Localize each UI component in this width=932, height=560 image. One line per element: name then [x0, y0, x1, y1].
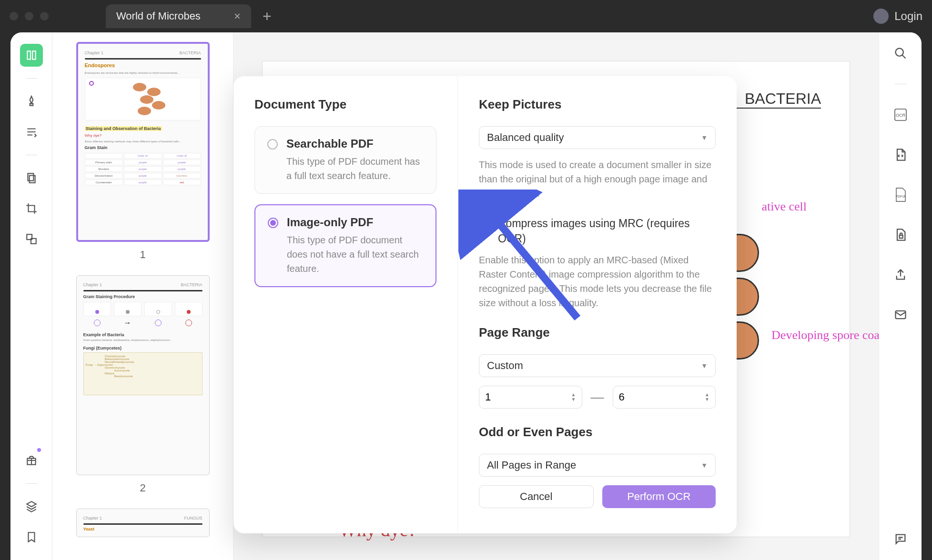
thumb-body-text2: Since different staining methods may sho…	[85, 140, 201, 143]
endospore-text: ospore-producing	[291, 433, 821, 448]
email-button[interactable]	[891, 305, 910, 324]
chapter-label: Chapter 1	[291, 96, 329, 106]
titlebar: World of Microbes × + Login	[0, 0, 932, 32]
search-button[interactable]	[891, 44, 910, 63]
thumb-body-text: Endospores are structures that are highl…	[85, 71, 201, 75]
tab-title: World of Microbes	[116, 10, 201, 22]
document-page: Chapter 1 BACTERIA ative cell Developing…	[262, 61, 850, 537]
comments-button[interactable]	[891, 530, 910, 549]
thumb-chapter: Chapter 1	[83, 282, 102, 287]
thumb-category: BACTERIA	[179, 50, 201, 55]
svg-text:PDF/A: PDF/A	[895, 195, 905, 198]
secure-button[interactable]	[891, 225, 910, 244]
page-thumbnail-3[interactable]: Chapter 1FUNGUS Yeast	[76, 509, 210, 537]
thumb-heading: Endospores	[85, 62, 201, 68]
vegetative-cell-label: ative cell	[761, 200, 807, 214]
document-viewport[interactable]: Chapter 1 BACTERIA ative cell Developing…	[233, 32, 879, 560]
edit-text-tool[interactable]	[20, 120, 43, 143]
svg-rect-0	[28, 173, 33, 180]
curly-arrow-icon: ↪	[301, 504, 320, 531]
thumb-subheading: Example of Bacteria	[83, 332, 203, 337]
thumb-table: Color ofColor of Primary stainpurplepurp…	[85, 153, 201, 185]
window-controls	[10, 12, 49, 20]
highlight-tool[interactable]	[20, 90, 43, 113]
staining-section-title: Staining and Observation of Bacteria	[301, 490, 658, 513]
close-tab-icon[interactable]: ×	[234, 10, 241, 23]
thumb-whydye: Why dye?	[85, 133, 201, 138]
compare-tool[interactable]	[20, 228, 43, 250]
close-window[interactable]	[10, 12, 18, 20]
svg-rect-1	[29, 176, 35, 183]
svg-rect-9	[899, 235, 902, 238]
crop-tool[interactable]	[20, 197, 43, 220]
left-toolbar	[10, 32, 52, 560]
gift-button[interactable]	[20, 449, 43, 472]
gram-procedure-figure	[83, 302, 203, 316]
share-button[interactable]	[891, 265, 910, 284]
thumb-page-number: 1	[67, 249, 219, 261]
page-thumbnail-2[interactable]: Chapter 1BACTERIA Gram Staining Procedur…	[76, 275, 210, 475]
svg-point-5	[895, 49, 903, 56]
spore-coat-label: Developing spore coat	[771, 328, 879, 342]
document-tab[interactable]: World of Microbes ×	[106, 4, 251, 28]
cell-illustration	[697, 228, 840, 365]
layers-button[interactable]	[20, 495, 43, 518]
fungi-diagram: Chytridiomycota Blastocladiomycota Neoca…	[83, 352, 203, 395]
thumbnail-panel: Chapter 1BACTERIA Endospores Endospores …	[52, 32, 233, 560]
thumb-figure	[85, 78, 201, 120]
notification-dot-icon	[37, 448, 41, 452]
bookmark-button[interactable]	[20, 526, 43, 549]
right-toolbar: OCR PDF/A	[879, 32, 922, 560]
app-body: Chapter 1BACTERIA Endospores Endospores …	[10, 32, 922, 560]
page-thumbnail-1[interactable]: Chapter 1BACTERIA Endospores Endospores …	[76, 42, 210, 242]
thumb-body-text: Gram-positive bacteria: tetrabacteria, s…	[83, 338, 203, 342]
login-area[interactable]: Login	[873, 9, 922, 24]
minimize-window[interactable]	[25, 12, 33, 20]
thumb-chapter: Chapter 1	[85, 50, 104, 55]
thumb-highlight: Staining and Observation of Bacteria	[85, 126, 162, 131]
thumb-subheading: Fungi (Eumycetes)	[83, 346, 203, 350]
gram-circles: →	[83, 318, 203, 328]
category-label: BACTERIA	[745, 90, 821, 108]
convert-button[interactable]	[891, 145, 910, 164]
login-label: Login	[894, 10, 922, 23]
thumb-page-number: 2	[67, 482, 219, 494]
svg-text:OCR: OCR	[896, 113, 906, 118]
read-mode-button[interactable]	[20, 44, 43, 67]
thumb-heading: Gram Staining Procedure	[83, 294, 203, 299]
why-dye-annotation: Why dye?	[339, 519, 416, 541]
thumb-gram-title: Gram Stain	[85, 145, 201, 150]
new-tab-button[interactable]: +	[263, 8, 272, 25]
page-tool[interactable]	[20, 167, 43, 190]
avatar-icon	[873, 9, 889, 24]
pdfa-button[interactable]: PDF/A	[891, 185, 910, 204]
maximize-window[interactable]	[40, 12, 49, 20]
ocr-button[interactable]: OCR	[891, 105, 910, 124]
thumb-category: BACTERIA	[181, 282, 202, 287]
